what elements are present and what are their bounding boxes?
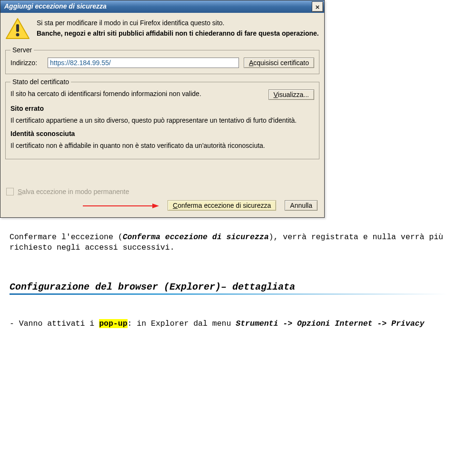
cert-legend: Stato del certificato: [10, 78, 71, 86]
unknown-identity-text: Il certificato non è affidabile in quant…: [10, 141, 314, 150]
dialog-title: Aggiungi eccezione di sicurezza: [4, 2, 312, 11]
unknown-identity-heading: Identità sconosciuta: [10, 130, 314, 137]
svg-rect-1: [16, 24, 19, 32]
dialog-button-row: Conferma eccezione di sicurezza Annulla: [5, 197, 319, 213]
cert-status-fieldset: Stato del certificato Il sito ha cercato…: [5, 78, 319, 159]
wrong-site-heading: Sito errato: [10, 105, 314, 112]
document-content: Confermare l'eccezione (Conferma eccezio…: [0, 232, 457, 330]
address-input[interactable]: [48, 58, 239, 68]
view-cert-button[interactable]: Visualizza...: [268, 89, 314, 100]
svg-point-2: [16, 33, 20, 37]
warning-icon: [5, 18, 30, 40]
server-legend: Server: [10, 46, 34, 54]
address-label: Indirizzo:: [10, 59, 43, 67]
intro-line1: Si sta per modificare il modo in cui Fir…: [37, 19, 319, 27]
svg-marker-4: [152, 204, 159, 208]
intro-line2: Banche, negozi e altri siti pubblici aff…: [37, 29, 319, 38]
intro-row: Si sta per modificare il modo in cui Fir…: [5, 15, 319, 44]
dialog-titlebar: Aggiungi eccezione di sicurezza ×: [0, 0, 324, 13]
instruction-para: Confermare l'eccezione (Conferma eccezio…: [10, 232, 447, 253]
arrow-annotation: [5, 201, 159, 210]
save-permanently-checkbox: [6, 188, 14, 195]
wrong-site-text: Il certificato appartiene a un sito dive…: [10, 116, 314, 125]
server-fieldset: Server Indirizzo: Acquisisci certificato: [5, 46, 319, 74]
intro-text: Si sta per modificare il modo in cui Fir…: [37, 18, 319, 38]
section-heading: Configurazione del browser (Explorer)– d…: [10, 282, 447, 292]
security-exception-dialog: Aggiungi eccezione di sicurezza × Si sta…: [0, 0, 325, 218]
acquire-cert-button[interactable]: Acquisisci certificato: [244, 58, 314, 68]
popup-instruction: - Vanno attivati i pop-up: in Explorer d…: [10, 319, 447, 329]
cancel-button[interactable]: Annulla: [285, 200, 318, 211]
confirm-exception-button[interactable]: Conferma eccezione di sicurezza: [168, 200, 276, 211]
save-permanently-label: Salva eccezione in modo permanente: [18, 188, 129, 195]
save-permanently-row: Salva eccezione in modo permanente: [6, 188, 319, 195]
dialog-body: Si sta per modificare il modo in cui Fir…: [0, 13, 324, 217]
section-rule: [10, 293, 447, 295]
cert-status-text: Il sito ha cercato di identificarsi forn…: [10, 89, 263, 98]
close-icon[interactable]: ×: [312, 1, 323, 12]
